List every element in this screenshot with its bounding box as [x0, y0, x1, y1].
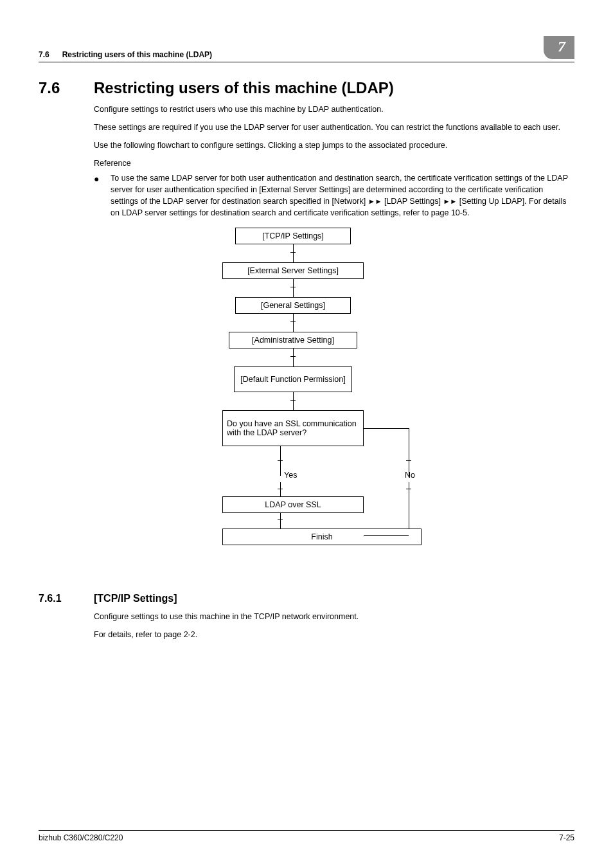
section-heading: Restricting users of this machine (LDAP) [94, 79, 394, 97]
flow-connector [280, 446, 281, 476]
section-number: 7.6 [39, 79, 94, 97]
paragraph-2: These settings are required if you use t… [94, 122, 568, 133]
flow-connector [409, 482, 409, 535]
flow-connector [364, 428, 409, 429]
bullet-seg2: [LDAP Settings] [382, 197, 443, 206]
flow-connector [290, 400, 296, 401]
flow-finish: Finish [222, 529, 422, 545]
flowchart: [TCP/IP Settings] [External Server Setti… [94, 228, 574, 579]
flow-default-permission[interactable]: [Default Function Permission] [234, 366, 352, 392]
paragraph-3: Use the following flowchart to configure… [94, 140, 568, 151]
flow-no-label: No [405, 471, 415, 480]
sub-paragraph-2: For details, refer to page 2-2. [94, 629, 568, 640]
header-section-num: 7.6 [39, 50, 49, 59]
paragraph-1: Configure settings to restrict users who… [94, 104, 568, 115]
footer-page-number: 7-25 [559, 833, 574, 842]
flow-connector [278, 460, 283, 461]
flow-connector [290, 287, 296, 287]
header-section-name: Restricting users of this machine (LDAP) [62, 50, 212, 59]
flow-connector [364, 535, 409, 536]
reference-label: Reference [94, 158, 568, 169]
flow-external-server[interactable]: [External Server Settings] [222, 262, 364, 279]
flow-connector [290, 356, 296, 357]
flow-connector [293, 348, 294, 366]
flow-connector [293, 314, 294, 332]
flow-connector [278, 520, 283, 520]
bullet-text: To use the same LDAP server for both use… [111, 172, 568, 219]
flow-connector [406, 489, 411, 489]
footer-model: bizhub C360/C280/C220 [39, 833, 123, 842]
flow-connector [406, 460, 411, 461]
sub-paragraph-1: Configure settings to use this machine i… [94, 611, 568, 622]
subsection-heading: [TCP/IP Settings] [94, 593, 177, 604]
arrow-icon: ►► [368, 197, 382, 205]
subsection-title: 7.6.1 [TCP/IP Settings] [39, 593, 574, 604]
flow-yes-label: Yes [284, 471, 297, 480]
page: 7.6 Restricting users of this machine (L… [0, 0, 613, 868]
page-footer: bizhub C360/C280/C220 7-25 [39, 830, 574, 842]
flow-general-settings[interactable]: [General Settings] [235, 297, 351, 314]
flow-connector [290, 252, 296, 253]
bullet-marker: ● [94, 172, 111, 219]
flow-admin-setting[interactable]: [Administrative Setting] [229, 332, 357, 348]
flow-connector [290, 321, 296, 322]
page-header: 7.6 Restricting users of this machine (L… [39, 36, 574, 62]
flow-connector [293, 279, 294, 297]
section-title: 7.6 Restricting users of this machine (L… [39, 79, 574, 97]
flow-tcp-ip[interactable]: [TCP/IP Settings] [235, 228, 351, 244]
chapter-badge: 7 [544, 36, 574, 59]
bullet-item: ● To use the same LDAP server for both u… [94, 172, 568, 219]
arrow-icon: ►► [443, 197, 457, 205]
flow-connector [293, 244, 294, 262]
flow-connector [280, 482, 281, 496]
flow-connector [409, 428, 409, 476]
flow-ldap-ssl[interactable]: LDAP over SSL [222, 496, 364, 513]
flow-connector [293, 392, 294, 410]
flow-connector [280, 513, 281, 529]
header-left: 7.6 Restricting users of this machine (L… [39, 50, 212, 59]
flow-connector [278, 489, 283, 489]
flow-ssl-question: Do you have an SSL communication with th… [222, 410, 364, 446]
subsection-number: 7.6.1 [39, 593, 94, 604]
